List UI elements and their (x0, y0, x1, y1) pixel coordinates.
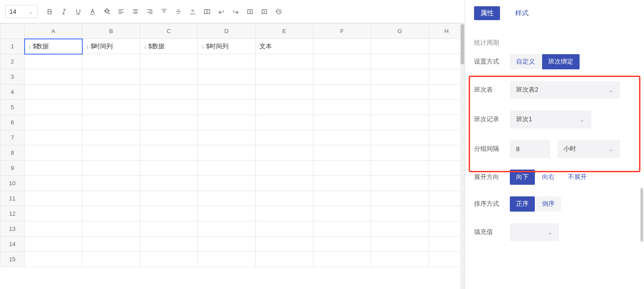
sort-asc[interactable]: 正序 (510, 196, 535, 212)
cell[interactable] (82, 252, 140, 267)
cell[interactable] (198, 115, 255, 130)
col-header-G[interactable]: G (371, 24, 428, 39)
cell[interactable] (198, 85, 255, 100)
cell[interactable] (371, 115, 428, 130)
mode-shift-bind[interactable]: 班次绑定 (542, 54, 580, 69)
spreadsheet-grid[interactable]: A B C D E F G H 1↓$数据↓$时间列↓$数据↓$时间列文本234… (0, 23, 465, 267)
cell[interactable] (429, 221, 465, 237)
cell[interactable] (140, 100, 198, 115)
cell[interactable] (140, 85, 198, 100)
cell[interactable] (429, 191, 465, 206)
cell[interactable] (140, 145, 198, 161)
cell[interactable] (198, 54, 255, 69)
cell[interactable] (198, 145, 255, 161)
font-color-button[interactable] (86, 5, 99, 18)
valign-bottom-button[interactable] (186, 5, 199, 18)
cell[interactable] (198, 237, 255, 252)
cell[interactable] (313, 206, 371, 221)
row-header[interactable]: 8 (0, 145, 25, 161)
cell[interactable] (255, 115, 313, 130)
cell[interactable] (371, 161, 428, 176)
underline-button[interactable] (72, 5, 85, 18)
row-header[interactable]: 9 (0, 161, 25, 176)
row-header[interactable]: 1 (0, 39, 25, 54)
cell[interactable] (255, 252, 313, 267)
scrollbar-thumb[interactable] (461, 24, 464, 64)
cell[interactable] (198, 176, 255, 191)
cell[interactable] (313, 69, 371, 85)
cell[interactable] (25, 252, 82, 267)
cell[interactable] (25, 191, 82, 206)
cell[interactable] (255, 237, 313, 252)
fill-color-button[interactable] (100, 5, 114, 18)
cell[interactable] (25, 145, 82, 161)
cell[interactable] (82, 221, 140, 237)
cell[interactable] (313, 54, 371, 69)
cell[interactable] (198, 252, 255, 267)
cell[interactable] (25, 100, 82, 115)
cell[interactable] (255, 54, 313, 69)
cell[interactable] (313, 221, 371, 237)
cell[interactable]: ↓$数据 (140, 39, 198, 54)
align-center-button[interactable] (129, 5, 142, 18)
sort-desc[interactable]: 倒序 (536, 196, 561, 212)
col-header-B[interactable]: B (82, 24, 140, 39)
cell[interactable] (140, 69, 198, 85)
cell[interactable] (313, 115, 371, 130)
cell[interactable] (140, 237, 198, 252)
cell[interactable] (255, 161, 313, 176)
cell[interactable] (25, 69, 82, 85)
cell[interactable] (429, 115, 465, 130)
align-left-button[interactable] (114, 5, 128, 18)
col-header-E[interactable]: E (255, 24, 313, 39)
bold-button[interactable] (43, 5, 56, 18)
fontsize-select[interactable]: 14 ⌄ (5, 5, 38, 18)
cell[interactable] (25, 221, 82, 237)
cell[interactable] (198, 206, 255, 221)
cell[interactable] (255, 221, 313, 237)
cell[interactable] (140, 115, 198, 130)
cell[interactable] (313, 237, 371, 252)
row-header[interactable]: 3 (0, 69, 25, 85)
cell[interactable] (429, 54, 465, 69)
indent-increase-button[interactable] (258, 5, 271, 18)
cell[interactable] (82, 176, 140, 191)
cell[interactable] (371, 176, 428, 191)
cell[interactable] (313, 252, 371, 267)
cell[interactable] (140, 252, 198, 267)
expand-none[interactable]: 不展开 (562, 170, 593, 185)
align-right-button[interactable] (143, 5, 157, 18)
cell[interactable] (25, 54, 82, 69)
cell[interactable] (371, 221, 428, 237)
cell[interactable] (25, 85, 82, 100)
cell[interactable] (255, 145, 313, 161)
row-header[interactable]: 10 (0, 176, 25, 191)
cell[interactable] (82, 85, 140, 100)
cell[interactable] (313, 100, 371, 115)
col-header-H[interactable]: H (429, 24, 465, 39)
row-header[interactable]: 4 (0, 85, 25, 100)
cell[interactable] (82, 100, 140, 115)
cell[interactable] (313, 130, 371, 145)
cell[interactable]: ↓$数据 (25, 39, 82, 54)
col-header-D[interactable]: D (198, 24, 255, 39)
cell[interactable] (82, 145, 140, 161)
cell[interactable] (82, 115, 140, 130)
cell[interactable] (82, 206, 140, 221)
cell[interactable] (313, 176, 371, 191)
row-header[interactable]: 12 (0, 206, 25, 221)
cell[interactable] (25, 130, 82, 145)
row-header[interactable]: 15 (0, 252, 25, 267)
col-header-C[interactable]: C (140, 24, 198, 39)
cell[interactable] (198, 191, 255, 206)
cell[interactable] (140, 130, 198, 145)
cell[interactable] (429, 176, 465, 191)
cell[interactable] (313, 191, 371, 206)
cell[interactable] (25, 206, 82, 221)
cell[interactable] (429, 39, 465, 54)
tab-style[interactable]: 样式 (509, 6, 535, 20)
cell[interactable] (429, 206, 465, 221)
cell[interactable] (25, 115, 82, 130)
cell[interactable] (82, 130, 140, 145)
cell[interactable] (313, 85, 371, 100)
